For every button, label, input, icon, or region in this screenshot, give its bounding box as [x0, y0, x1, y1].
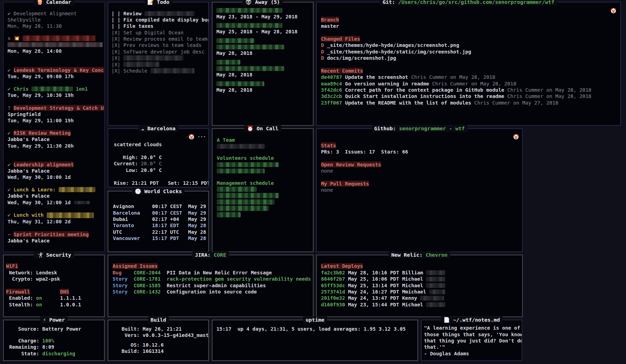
text: D — [321, 42, 327, 48]
panel-todo[interactable]: 📝 Todo | | Review | | Fix compiled date … — [108, 2, 209, 126]
security-body: WiFi Network: Lendesk Crypto: wpa2-pskFi… — [3, 255, 104, 317]
panel-calendar[interactable]: 🍿 Calendar ✔ Development AlignmentShelby… — [3, 2, 105, 252]
text: Wed, May 30, 12:00 1d — [8, 199, 74, 205]
text: d160f930 — [321, 301, 348, 307]
panel-title-uptime: uptime — [303, 316, 327, 323]
text: Update the README with the list of modul… — [345, 100, 474, 106]
text: Jabba's Palace — [8, 168, 50, 174]
text-line: May 28, 2018 — [216, 72, 311, 78]
panel-title-away: 👽 Away (5) — [243, 0, 283, 6]
redacted-text — [217, 199, 274, 205]
panel-notes[interactable]: 📄 ~/.wtf/notes.md "A learning experience… — [421, 320, 522, 361]
text: State: — [9, 350, 42, 356]
text: Jabba's Palace — [8, 193, 50, 199]
panel-uptime[interactable]: uptime 15:17 up 4 days, 21:31, 5 users, … — [212, 320, 418, 361]
text-line — [216, 22, 311, 28]
text: Open Review Requests — [321, 162, 381, 167]
cloud-icon: ☁ — [141, 126, 144, 132]
text: on — [36, 295, 42, 301]
text-line: ~ Sprint Priorities meeting — [8, 231, 102, 238]
panel-new-relic[interactable]: New Relic: Chevron Latest Deploysfa2c3b0… — [316, 255, 522, 317]
text: May 25, 2018 - May 28, 2018 — [216, 29, 297, 35]
text-line: de40787 Update the screenshot Chris Cumm… — [321, 74, 617, 81]
text-line: ✔ Leadership alignment — [8, 162, 102, 168]
panel-build[interactable]: Build Built: May 26, 21:21 Vers: v0.0.3-… — [108, 320, 209, 361]
clown-icon: 🤡 — [188, 134, 194, 140]
text: Tue, May 29, 09:00 17h — [8, 73, 74, 79]
text-line: none — [321, 168, 520, 174]
spacer — [8, 99, 102, 105]
redacted-text — [217, 168, 265, 173]
text: Mon, May 28, 14:00 — [8, 48, 62, 54]
text: May 24, 13:47 PDT Kenny — [348, 295, 420, 301]
panel-on-call[interactable]: ⏰ On Call A TeamVolunteers scheduleManag… — [212, 129, 314, 252]
text: 20.0° C — [141, 161, 162, 167]
text-line: Thu, May 31, 12:00 2d — [8, 218, 102, 225]
panel-github[interactable]: Github: senorprogrammer - wtf 🤡 StatsPRs… — [316, 129, 522, 252]
panel-security[interactable]: 🤺 Security WiFi Network: Lendesk Crypto:… — [3, 255, 105, 317]
text-line: Current: 20.0° C — [114, 161, 206, 167]
spacer — [216, 78, 311, 81]
text — [161, 270, 167, 275]
text: master — [321, 23, 339, 29]
text: Schedule — [123, 68, 151, 74]
text: Correct path for the context package in … — [345, 87, 507, 93]
text: Build — [151, 317, 166, 323]
text: Set: 12:15 PDT — [168, 180, 209, 186]
text-line — [216, 81, 311, 87]
text-line: High: 20.0° C — [114, 154, 206, 160]
text: |X| — [111, 61, 123, 67]
text: New Relic: — [391, 252, 426, 258]
text: Security — [43, 252, 71, 258]
text: Chris Cummer on May 28, 2018 — [507, 87, 592, 93]
world-clocks-body: Avignon 00:17 CEST May 29Barcelona 00:17… — [108, 191, 208, 251]
on-call-body: A TeamVolunteers scheduleManagement sche… — [212, 129, 313, 252]
text-line: ? Development Strategy & Catch U — [8, 105, 102, 111]
panel-away[interactable]: 👽 Away (5) May 23, 2018 - May 29, 2018Ma… — [212, 2, 314, 126]
spacer — [8, 54, 102, 67]
panel-weather-barcelona[interactable]: ☁ Barcelona ·🤡 ··· scattered clouds High… — [108, 129, 209, 188]
text-line: Tue, May 29, 11:30 20h — [8, 143, 102, 149]
text-line: May 25, 2018 - May 28, 2018 — [216, 29, 311, 35]
text-line: Story CORE-1432 Configuration into sourc… — [113, 289, 311, 295]
text: ~/.wtf/notes.md — [450, 317, 500, 323]
text: Development Strategy & Catch U — [14, 105, 104, 111]
text: Changed Files — [321, 36, 360, 42]
text: May 28, 2018 — [216, 87, 252, 93]
redacted-text — [23, 35, 96, 41]
spacer — [217, 149, 311, 155]
text: Chris Cummer on May 28, 2018 — [411, 74, 495, 80]
panel-world-clocks[interactable]: 🕐 World Clocks Avignon 00:17 CEST May 29… — [108, 191, 209, 252]
uptime-body: 15:17 up 4 days, 21:31, 5 users, load av… — [212, 320, 418, 361]
text-line: Tue, May 29, 11:00 19h — [8, 118, 102, 124]
text: Tue, May 29, 10:30 19h — [8, 92, 74, 98]
panel-title-new-relic: New Relic: Chevron — [388, 251, 450, 258]
text: | | — [111, 23, 123, 29]
text-line: 3d3c2cb Quick Start installation instruc… — [321, 93, 617, 100]
text: _site/themes/hyde-hyde/images/screenshot… — [327, 42, 459, 48]
text-line: Toronto 18:17 EDT May 28 — [113, 223, 206, 229]
text-line — [216, 7, 311, 14]
text: "A learning experience is one of — [424, 325, 520, 331]
text: Toronto 18:17 EDT May 28 — [113, 223, 206, 229]
text: |X| — [111, 30, 123, 35]
text: |X| — [111, 55, 123, 61]
spacer — [217, 174, 311, 180]
panel-git[interactable]: Git: /Users/chris/go/src/github.com/seno… — [316, 2, 621, 126]
redacted-text — [216, 44, 284, 49]
text-line: Tue, May 29, 09:00 17h — [8, 73, 102, 80]
panel-power[interactable]: ⚡ Power Source: Battery Power Charge: 10… — [3, 320, 105, 361]
text — [161, 289, 167, 295]
text-line: D _site/themes/hyde-hyde/static/img/scre… — [321, 49, 617, 55]
text-line — [216, 44, 311, 50]
text: scattered clouds — [114, 142, 162, 148]
panel-jira[interactable]: JIRA: CORE Assigned IssuesBug CORE-2044 … — [108, 255, 313, 317]
text: Chris Cummer on May 28, 2018 — [507, 93, 592, 99]
text: none — [321, 168, 333, 174]
text: that.'" — [424, 344, 445, 350]
spacer — [6, 282, 102, 289]
text: ✔ — [8, 212, 14, 218]
panel-title-barcelona: ☁ Barcelona — [138, 125, 178, 132]
text-line: Story CORE-1585 Restrict super-admin cap… — [113, 282, 311, 289]
spacer — [8, 30, 102, 35]
